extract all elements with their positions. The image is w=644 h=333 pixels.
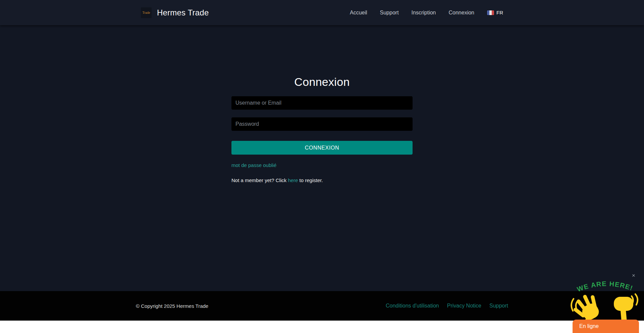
france-flag-icon [487,10,494,15]
main-navigation: Accueil Support Inscription Connexion FR [350,10,503,16]
brand-logo-icon: Trade [141,7,152,18]
register-prompt: Not a member yet? Click here to register… [231,177,413,183]
password-input[interactable] [231,117,413,131]
footer-link-privacy[interactable]: Privacy Notice [447,303,481,309]
navbar-container: Trade Hermes Trade Accueil Support Inscr… [136,7,508,18]
brand-home-link[interactable]: Trade Hermes Trade [141,7,209,18]
register-here-link[interactable]: here [288,177,298,183]
footer-links: Conditions d'utilisation Privacy Notice … [386,303,508,309]
nav-item-support[interactable]: Support [380,10,399,16]
nav-item-connexion[interactable]: Connexion [449,10,475,16]
nav-item-accueil[interactable]: Accueil [350,10,367,16]
chat-widget: × WE ARE HERE! [570,271,641,333]
page-title: Connexion [231,75,413,89]
brand-name: Hermes Trade [157,8,209,17]
copyright-text: © Copyright 2025 Hermes Trade [136,303,208,309]
page-footer: © Copyright 2025 Hermes Trade Conditions… [0,291,644,321]
main-content: Connexion CONNEXION mot de passe oublié … [0,25,644,291]
brand-logo-text: Trade [143,11,150,14]
footer-link-support[interactable]: Support [489,303,508,309]
nav-item-inscription[interactable]: Inscription [412,10,436,16]
register-prefix: Not a member yet? Click [231,177,288,183]
chat-status-bar[interactable]: En ligne [573,320,639,333]
footer-link-terms[interactable]: Conditions d'utilisation [386,303,439,309]
top-navbar: Trade Hermes Trade Accueil Support Inscr… [0,0,644,25]
footer-container: © Copyright 2025 Hermes Trade Conditions… [136,303,508,309]
forgot-password-link[interactable]: mot de passe oublié [231,162,276,168]
language-selector[interactable]: FR [487,10,503,15]
username-input[interactable] [231,96,413,110]
chat-status-label: En ligne [579,323,599,329]
language-code: FR [496,10,503,15]
login-form: Connexion CONNEXION mot de passe oublié … [231,25,413,183]
login-submit-button[interactable]: CONNEXION [231,141,413,155]
bottom-strip [0,321,644,333]
register-suffix: to register. [298,177,323,183]
